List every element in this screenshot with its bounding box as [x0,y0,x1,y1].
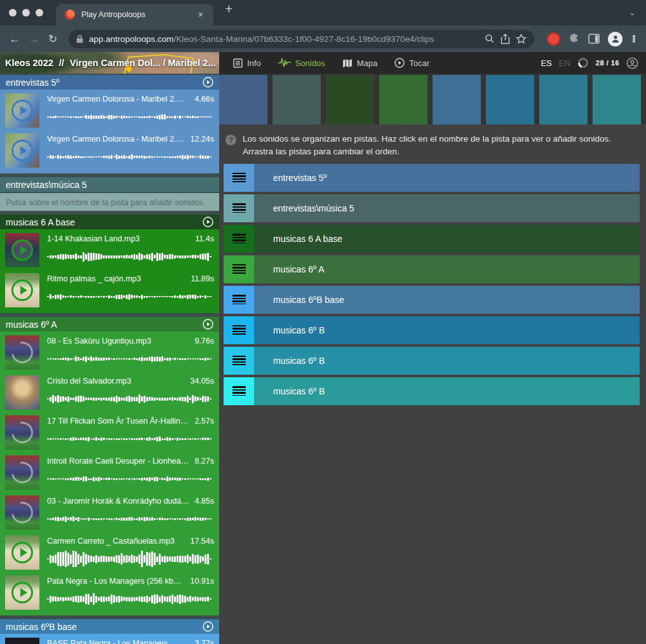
clip-row[interactable]: Ritmo palmas _ cajón.mp3 11.89s [0,271,219,309]
section-play-button[interactable] [203,319,213,330]
clip-thumbnail[interactable] [5,375,39,410]
track-name[interactable]: musicas 6º B [273,386,325,396]
track-row[interactable]: musicas 6 A base [224,225,640,253]
nav-tab-tocar[interactable]: Tocar [394,58,429,68]
forward-button[interactable]: → [25,34,42,44]
clip-row[interactable]: BASE Pata Negra - Los Managers 3.77s [0,636,219,644]
lang-es-button[interactable]: ES [541,58,551,68]
clip-play-icon[interactable] [5,495,39,530]
track-drag-handle[interactable] [224,286,254,314]
section-title[interactable]: musicas 6 A base [6,217,75,227]
clip-row[interactable]: Carmen Carreto _ Castañuelas.mp3 17.54s [0,533,219,572]
clip-waveform[interactable] [47,104,214,130]
side-panel-icon[interactable] [588,34,600,44]
clip-row[interactable]: Virgen Carmen Dolorosa - Maribel 2.mp3 1… [0,131,219,170]
section-header[interactable]: entrevistas 5º [0,75,219,90]
nav-tab-mapa[interactable]: Mapa [342,58,378,68]
back-button[interactable]: ← [6,34,23,44]
profile-avatar[interactable] [608,32,622,46]
clip-thumbnail[interactable] [5,535,39,570]
section-header[interactable]: musicas 6º A [0,317,219,332]
clip-row[interactable]: Cristo del Salvador.mp3 34.05s [0,373,219,412]
track-drag-handle[interactable] [224,225,254,253]
clip-thumbnail[interactable] [5,415,39,450]
clip-waveform[interactable] [47,386,214,412]
clip-row[interactable]: 08 - Es Sakūru Uguntio̦u.mp3 9.76s [0,333,219,372]
section-play-button[interactable] [203,217,213,227]
zoom-icon[interactable] [485,34,495,44]
lang-en-button[interactable]: EN [559,58,570,68]
track-name[interactable]: musicas 6ºB base [273,295,344,305]
track-name[interactable]: entrevistas\música 5 [273,203,354,213]
clip-row[interactable]: 17 Till Flickan Som Är Tusen År-Halling … [0,413,219,452]
track-row-body[interactable]: musicas 6 A base [254,225,640,253]
section-title[interactable]: entrevistas\música 5 [6,180,87,190]
track-row[interactable]: musicas 6ºB base [224,286,640,314]
track-color-swatch[interactable] [593,75,641,124]
account-icon[interactable] [626,57,638,69]
clip-waveform[interactable] [47,144,214,170]
clip-thumbnail[interactable] [5,335,39,370]
nav-tab-info[interactable]: Info [233,58,261,68]
track-color-swatch[interactable] [379,75,427,124]
section-play-button[interactable] [203,77,213,88]
breadcrumb-project[interactable]: Kleos 2022 [5,58,53,68]
track-row-body[interactable]: musicas 6º B [254,347,640,375]
track-row-body[interactable]: musicas 6ºB base [254,286,640,314]
url-text[interactable]: app.antropoloops.com/Kleos-Santa-Marina/… [89,34,479,44]
section-title[interactable]: musicas 6ºB base [6,622,77,632]
clip-play-icon[interactable] [5,335,39,370]
reload-button[interactable]: ↻ [44,34,61,44]
track-row-body[interactable]: entrevistas\música 5 [254,194,640,222]
new-tab-button[interactable]: + [225,2,232,15]
clip-waveform[interactable] [47,546,214,572]
clip-play-icon[interactable] [5,455,39,490]
track-name[interactable]: musicas 6 A base [273,234,342,244]
clip-play-icon[interactable] [5,535,39,570]
track-row[interactable]: musicas 6º B [224,377,640,405]
track-name[interactable]: entrevistas 5º [273,173,327,183]
clip-thumbnail[interactable] [5,638,39,644]
clip-row[interactable]: 03 - Jaromír Horák & Konrádyho dudácká .… [0,493,219,532]
clip-thumbnail[interactable] [5,455,39,490]
browser-tab[interactable]: Play Antropoloops × [56,4,213,25]
clip-play-icon[interactable] [5,233,39,267]
breadcrumb-map-thumbnail[interactable]: Kleos 2022 // Virgen Carmen Dol... / Mar… [0,52,219,74]
track-row-body[interactable]: musicas 6º A [254,255,640,283]
section-header[interactable]: musicas 6ºB base [0,619,219,634]
track-name[interactable]: musicas 6º B [273,356,325,366]
track-color-swatch[interactable] [486,75,534,124]
menu-kebab-icon[interactable]: ••• [631,35,637,43]
section-title[interactable]: entrevistas 5º [6,77,60,88]
address-bar[interactable]: app.antropoloops.com/Kleos-Santa-Marina/… [69,30,534,48]
window-close-button[interactable] [9,9,17,17]
track-drag-handle[interactable] [224,255,254,283]
track-row-body[interactable]: musicas 6º B [254,316,640,344]
clip-row[interactable]: Virgen Carmen Dolorosa - Maribel 2.mp3 4… [0,91,219,130]
nav-tab-sonidos[interactable]: Sonidos [278,58,325,68]
track-drag-handle[interactable] [224,194,254,222]
breadcrumb-trail[interactable]: Virgen Carmen Dol... / Maribel 2... [70,58,215,68]
share-icon[interactable] [501,34,510,44]
clip-play-icon[interactable] [5,273,39,307]
clip-thumbnail[interactable] [5,93,39,128]
clip-play-icon[interactable] [5,575,39,610]
clip-thumbnail[interactable] [5,273,39,307]
track-color-swatch[interactable] [219,75,267,124]
track-row-body[interactable]: musicas 6º B [254,377,640,405]
clip-thumbnail[interactable] [5,495,39,530]
clip-waveform[interactable] [47,244,214,269]
track-color-swatch[interactable] [433,75,481,124]
window-minimize-button[interactable] [22,9,30,17]
track-row[interactable]: musicas 6º B [224,316,640,344]
track-row[interactable]: musicas 6º B [224,347,640,375]
clip-row[interactable]: 1-14 Khakasian Land.mp3 11.4s [0,231,219,269]
clip-waveform[interactable] [47,506,214,532]
bookmark-star-icon[interactable] [516,34,527,44]
extensions-puzzle-icon[interactable] [569,33,580,44]
clip-play-icon[interactable] [5,93,39,128]
window-zoom-button[interactable] [36,9,43,17]
track-row-body[interactable]: entrevistas 5º [254,164,640,192]
section-play-button[interactable] [203,621,213,632]
clip-play-icon[interactable] [5,133,39,168]
